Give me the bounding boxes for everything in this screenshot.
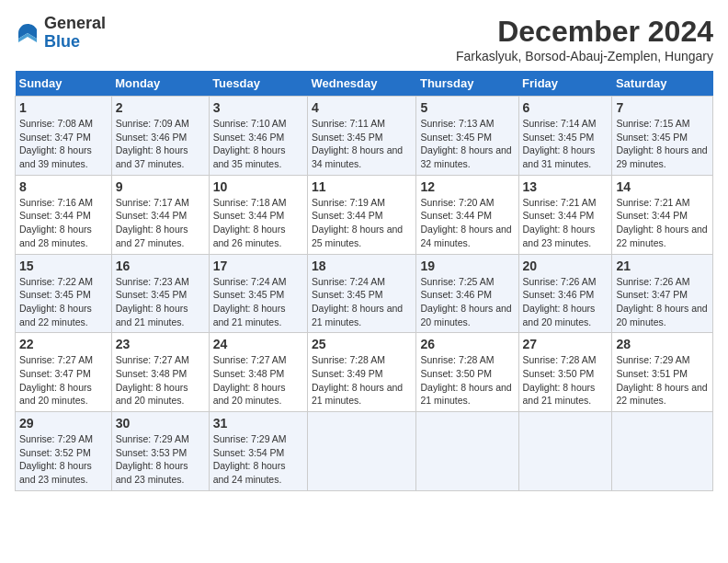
day-number: 29: [19, 416, 108, 431]
day-info: Sunrise: 7:21 AMSunset: 3:44 PMDaylight:…: [616, 197, 707, 248]
day-info: Sunrise: 7:29 AMSunset: 3:53 PMDaylight:…: [116, 433, 189, 485]
col-header-wednesday: Wednesday: [307, 71, 415, 97]
day-cell: 18Sunrise: 7:24 AMSunset: 3:45 PMDayligh…: [307, 254, 415, 333]
week-row-1: 1Sunrise: 7:08 AMSunset: 3:47 PMDaylight…: [16, 97, 713, 176]
day-info: Sunrise: 7:09 AMSunset: 3:46 PMDaylight:…: [116, 118, 189, 169]
day-number: 12: [420, 179, 514, 194]
day-cell: 6Sunrise: 7:14 AMSunset: 3:45 PMDaylight…: [518, 97, 612, 176]
day-info: Sunrise: 7:14 AMSunset: 3:45 PMDaylight:…: [523, 118, 597, 169]
day-cell: 27Sunrise: 7:28 AMSunset: 3:50 PMDayligh…: [518, 333, 612, 412]
col-header-thursday: Thursday: [416, 71, 518, 97]
day-number: 13: [523, 179, 609, 194]
week-row-3: 15Sunrise: 7:22 AMSunset: 3:45 PMDayligh…: [16, 254, 713, 333]
day-number: 22: [19, 337, 108, 351]
day-cell: 20Sunrise: 7:26 AMSunset: 3:46 PMDayligh…: [518, 254, 612, 333]
day-cell: 14Sunrise: 7:21 AMSunset: 3:44 PMDayligh…: [612, 175, 713, 254]
day-info: Sunrise: 7:27 AMSunset: 3:48 PMDaylight:…: [213, 354, 287, 406]
day-number: 27: [523, 337, 609, 351]
day-cell: 7Sunrise: 7:15 AMSunset: 3:45 PMDaylight…: [612, 97, 713, 176]
day-number: 30: [116, 416, 205, 431]
col-header-monday: Monday: [111, 71, 209, 97]
day-number: 8: [19, 179, 108, 194]
day-cell: 30Sunrise: 7:29 AMSunset: 3:53 PMDayligh…: [111, 412, 209, 491]
day-info: Sunrise: 7:24 AMSunset: 3:45 PMDaylight:…: [312, 276, 403, 327]
day-info: Sunrise: 7:26 AMSunset: 3:46 PMDaylight:…: [523, 276, 597, 327]
day-cell: 13Sunrise: 7:21 AMSunset: 3:44 PMDayligh…: [518, 175, 612, 254]
col-header-friday: Friday: [518, 71, 612, 97]
day-info: Sunrise: 7:25 AMSunset: 3:46 PMDaylight:…: [420, 276, 511, 327]
day-cell: 15Sunrise: 7:22 AMSunset: 3:45 PMDayligh…: [16, 254, 112, 333]
day-number: 10: [213, 179, 303, 194]
day-cell: [612, 412, 713, 491]
day-number: 26: [420, 337, 514, 351]
title-section: December 2024 Farkaslyuk, Borsod-Abauj-Z…: [456, 15, 713, 63]
day-cell: 23Sunrise: 7:27 AMSunset: 3:48 PMDayligh…: [111, 333, 209, 412]
day-info: Sunrise: 7:15 AMSunset: 3:45 PMDaylight:…: [616, 118, 707, 169]
day-info: Sunrise: 7:29 AMSunset: 3:52 PMDaylight:…: [19, 433, 93, 485]
day-cell: 11Sunrise: 7:19 AMSunset: 3:44 PMDayligh…: [307, 175, 415, 254]
day-cell: 4Sunrise: 7:11 AMSunset: 3:45 PMDaylight…: [307, 97, 415, 176]
day-number: 17: [213, 259, 303, 273]
day-cell: 2Sunrise: 7:09 AMSunset: 3:46 PMDaylight…: [111, 97, 209, 176]
col-header-tuesday: Tuesday: [209, 71, 307, 97]
logo: General Blue: [15, 15, 106, 52]
day-number: 3: [213, 100, 303, 115]
week-row-5: 29Sunrise: 7:29 AMSunset: 3:52 PMDayligh…: [16, 412, 713, 491]
logo-icon: [15, 20, 40, 46]
calendar-body: 1Sunrise: 7:08 AMSunset: 3:47 PMDaylight…: [16, 97, 713, 491]
day-info: Sunrise: 7:16 AMSunset: 3:44 PMDaylight:…: [19, 197, 93, 248]
day-number: 18: [312, 259, 412, 273]
day-cell: 12Sunrise: 7:20 AMSunset: 3:44 PMDayligh…: [416, 175, 518, 254]
day-info: Sunrise: 7:23 AMSunset: 3:45 PMDaylight:…: [116, 276, 189, 327]
day-number: 5: [420, 100, 514, 115]
day-cell: 9Sunrise: 7:17 AMSunset: 3:44 PMDaylight…: [111, 175, 209, 254]
day-cell: [416, 412, 518, 491]
day-number: 19: [420, 259, 514, 273]
day-info: Sunrise: 7:26 AMSunset: 3:47 PMDaylight:…: [616, 276, 707, 327]
day-number: 6: [523, 100, 609, 115]
day-number: 25: [312, 337, 412, 351]
day-info: Sunrise: 7:19 AMSunset: 3:44 PMDaylight:…: [312, 197, 403, 248]
day-cell: 16Sunrise: 7:23 AMSunset: 3:45 PMDayligh…: [111, 254, 209, 333]
day-cell: 25Sunrise: 7:28 AMSunset: 3:49 PMDayligh…: [307, 333, 415, 412]
logo-blue: Blue: [44, 33, 106, 52]
day-cell: 3Sunrise: 7:10 AMSunset: 3:46 PMDaylight…: [209, 97, 307, 176]
day-info: Sunrise: 7:28 AMSunset: 3:49 PMDaylight:…: [312, 354, 403, 406]
day-number: 31: [213, 416, 303, 431]
day-info: Sunrise: 7:08 AMSunset: 3:47 PMDaylight:…: [19, 118, 93, 169]
calendar-header-row: SundayMondayTuesdayWednesdayThursdayFrid…: [16, 71, 713, 97]
day-info: Sunrise: 7:29 AMSunset: 3:54 PMDaylight:…: [213, 433, 287, 485]
day-cell: 28Sunrise: 7:29 AMSunset: 3:51 PMDayligh…: [612, 333, 713, 412]
calendar-table: SundayMondayTuesdayWednesdayThursdayFrid…: [15, 71, 713, 491]
logo-general: General: [44, 15, 106, 33]
day-cell: 10Sunrise: 7:18 AMSunset: 3:44 PMDayligh…: [209, 175, 307, 254]
day-info: Sunrise: 7:22 AMSunset: 3:45 PMDaylight:…: [19, 276, 93, 327]
day-info: Sunrise: 7:18 AMSunset: 3:44 PMDaylight:…: [213, 197, 287, 248]
day-cell: 26Sunrise: 7:28 AMSunset: 3:50 PMDayligh…: [416, 333, 518, 412]
day-number: 14: [616, 179, 709, 194]
day-cell: [307, 412, 415, 491]
day-info: Sunrise: 7:27 AMSunset: 3:48 PMDaylight:…: [116, 354, 189, 406]
day-number: 21: [616, 259, 709, 273]
day-number: 16: [116, 259, 205, 273]
day-info: Sunrise: 7:17 AMSunset: 3:44 PMDaylight:…: [116, 197, 189, 248]
col-header-saturday: Saturday: [612, 71, 713, 97]
day-cell: 24Sunrise: 7:27 AMSunset: 3:48 PMDayligh…: [209, 333, 307, 412]
day-cell: 31Sunrise: 7:29 AMSunset: 3:54 PMDayligh…: [209, 412, 307, 491]
day-info: Sunrise: 7:21 AMSunset: 3:44 PMDaylight:…: [523, 197, 597, 248]
day-info: Sunrise: 7:20 AMSunset: 3:44 PMDaylight:…: [420, 197, 511, 248]
day-number: 1: [19, 100, 108, 115]
day-cell: [518, 412, 612, 491]
day-info: Sunrise: 7:29 AMSunset: 3:51 PMDaylight:…: [616, 354, 707, 406]
day-cell: 5Sunrise: 7:13 AMSunset: 3:45 PMDaylight…: [416, 97, 518, 176]
main-title: December 2024: [456, 15, 713, 49]
day-cell: 21Sunrise: 7:26 AMSunset: 3:47 PMDayligh…: [612, 254, 713, 333]
day-number: 28: [616, 337, 709, 351]
day-info: Sunrise: 7:24 AMSunset: 3:45 PMDaylight:…: [213, 276, 287, 327]
day-cell: 29Sunrise: 7:29 AMSunset: 3:52 PMDayligh…: [16, 412, 112, 491]
day-number: 9: [116, 179, 205, 194]
header: General Blue December 2024 Farkaslyuk, B…: [15, 15, 713, 63]
day-cell: 22Sunrise: 7:27 AMSunset: 3:47 PMDayligh…: [16, 333, 112, 412]
day-info: Sunrise: 7:13 AMSunset: 3:45 PMDaylight:…: [420, 118, 511, 169]
day-number: 23: [116, 337, 205, 351]
